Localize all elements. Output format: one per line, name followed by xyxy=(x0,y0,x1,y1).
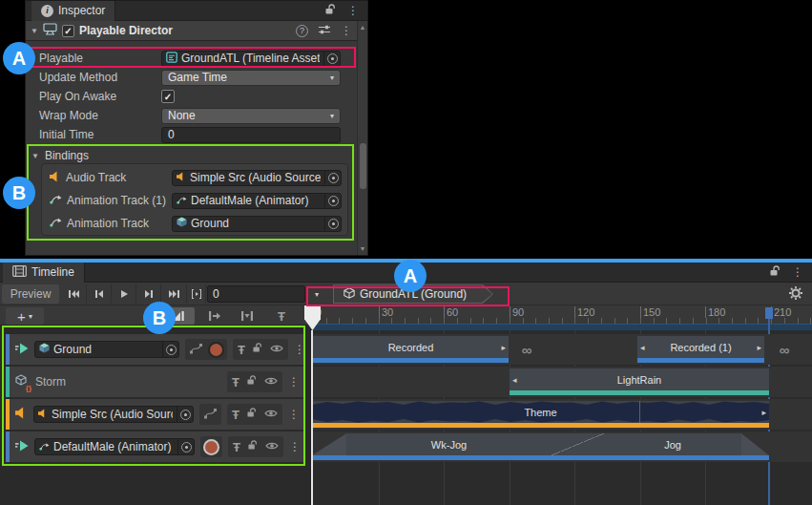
curves-icon[interactable] xyxy=(190,343,202,357)
clip-underline xyxy=(312,455,769,460)
marker-pin-button[interactable]: Ŧ xyxy=(269,307,294,325)
playable-object-field[interactable]: GroundATL (Timeline Asset) xyxy=(161,51,341,67)
pin-icon[interactable]: Ŧ xyxy=(238,344,245,356)
track-color-stripe xyxy=(6,334,10,365)
track-row-audio[interactable]: Simple Src (Audio Source) Ŧ ⋮ xyxy=(6,399,303,430)
pin-icon[interactable]: Ŧ xyxy=(232,376,239,389)
scroll-down-icon[interactable]: ▼ xyxy=(358,245,367,252)
presets-icon[interactable] xyxy=(318,24,331,38)
object-picker-icon[interactable] xyxy=(324,217,341,231)
record-icon[interactable] xyxy=(205,441,218,453)
ripple-mode-button[interactable] xyxy=(200,307,229,325)
initial-time-input[interactable]: 0 xyxy=(161,127,341,143)
gear-icon[interactable] xyxy=(788,285,803,304)
kebab-icon[interactable]: ⋮ xyxy=(294,343,305,356)
unlock-icon[interactable] xyxy=(325,4,336,18)
skip-start-button[interactable] xyxy=(61,284,87,304)
kebab-icon[interactable]: ⋮ xyxy=(792,265,803,279)
track-object-field[interactable]: Ground xyxy=(34,341,179,358)
animation-track-icon xyxy=(15,343,29,357)
track-object-field[interactable]: DefaultMale (Animator) xyxy=(34,438,195,455)
clip-arrow-right-icon: ▸ xyxy=(757,336,761,358)
wrap-mode-dropdown[interactable]: None ▾ xyxy=(161,108,341,124)
bindings-box: Audio Track Simple Src (Audio Source) An… xyxy=(41,163,348,236)
binding-object-field[interactable]: DefaultMale (Animator) xyxy=(172,193,342,209)
lock-icon[interactable] xyxy=(253,343,262,356)
next-frame-button[interactable] xyxy=(136,284,161,304)
object-picker-icon[interactable] xyxy=(323,52,340,66)
inspector-scrollbar[interactable]: ▲ ▼ xyxy=(357,21,367,255)
lock-icon[interactable] xyxy=(247,375,257,389)
unlock-icon[interactable] xyxy=(770,265,781,280)
play-on-awake-checkbox[interactable]: ✓ xyxy=(161,90,175,103)
clip-recorded[interactable]: Recorded ▸ xyxy=(313,336,509,363)
track-row-storm[interactable]: {} Storm Ŧ ⋮ xyxy=(6,367,303,397)
object-picker-icon[interactable] xyxy=(324,171,341,185)
audio-source-icon xyxy=(38,408,48,421)
timeline-end-marker[interactable] xyxy=(765,307,773,319)
clip-crossfade[interactable] xyxy=(552,433,604,455)
time-ruler[interactable]: 0 30 60 90 120 150 180 210 xyxy=(311,305,812,330)
clip-recorded-1[interactable]: ◂ Recorded (1) ▸ xyxy=(637,336,764,363)
track-name: DefaultMale (Animator) xyxy=(53,440,174,453)
inspector-tab-label: Inspector xyxy=(58,4,105,17)
annotation-badge-b: B xyxy=(3,177,35,209)
tab-timeline[interactable]: Timeline xyxy=(3,263,85,283)
eye-icon[interactable] xyxy=(270,343,283,356)
timeline-asset-icon xyxy=(166,52,177,66)
update-method-dropdown[interactable]: Game Time ▾ xyxy=(161,70,341,86)
component-enabled-checkbox[interactable]: ✓ xyxy=(62,25,74,37)
play-button[interactable] xyxy=(112,284,136,304)
control-track-icon: {} xyxy=(15,374,30,390)
curves-icon[interactable] xyxy=(204,408,217,422)
clip-jog[interactable]: Jog xyxy=(604,433,741,455)
object-picker-icon[interactable] xyxy=(177,439,194,454)
kebab-icon[interactable]: ⋮ xyxy=(341,24,352,37)
object-picker-icon[interactable] xyxy=(324,194,341,208)
breadcrumb-menu-caret-icon[interactable]: ▾ xyxy=(315,290,319,299)
scroll-up-icon[interactable]: ▲ xyxy=(358,24,367,31)
kebab-icon[interactable]: ⋮ xyxy=(347,4,359,17)
eye-icon[interactable] xyxy=(264,375,278,389)
skip-end-button[interactable] xyxy=(161,284,187,304)
add-track-button[interactable]: + ▾ xyxy=(6,307,44,325)
ruler-tick-label: 180 xyxy=(705,306,725,318)
clip-wk-jog[interactable]: Wk-Jog xyxy=(346,433,552,455)
binding-object-field[interactable]: Ground xyxy=(172,216,342,232)
eye-icon[interactable] xyxy=(265,440,279,453)
kebab-icon[interactable]: ⋮ xyxy=(288,375,300,389)
clip-theme[interactable]: Theme ▸ xyxy=(312,401,769,428)
pin-icon[interactable]: Ŧ xyxy=(233,441,240,453)
prev-frame-button[interactable] xyxy=(87,284,112,304)
kebab-icon[interactable]: ⋮ xyxy=(289,440,301,453)
binding-object-field[interactable]: Simple Src (Audio Source) xyxy=(172,170,342,186)
track-row-defaultmale[interactable]: DefaultMale (Animator) Ŧ ⋮ xyxy=(6,431,303,462)
replace-mode-button[interactable] xyxy=(233,307,261,325)
track-color-stripe xyxy=(6,367,10,397)
object-picker-icon[interactable] xyxy=(177,407,193,422)
kebab-icon[interactable]: ⋮ xyxy=(288,408,300,421)
record-icon[interactable] xyxy=(210,344,222,356)
clip-label: LightRain xyxy=(617,374,661,386)
playable-director-header[interactable]: ▼ ✓ Playable Director ? ⋮ xyxy=(26,21,357,41)
ruler-range-band xyxy=(311,324,812,330)
bindings-title: Bindings xyxy=(39,149,89,162)
hold-infinity-icon: ∞ xyxy=(515,336,538,363)
eye-icon[interactable] xyxy=(264,408,278,421)
frame-input[interactable]: 0 xyxy=(207,285,305,303)
track-object-field[interactable]: Simple Src (Audio Source) xyxy=(33,406,194,423)
play-range-button[interactable] xyxy=(187,284,206,304)
help-icon[interactable]: ? xyxy=(296,25,308,37)
clip-lightrain[interactable]: ◂ LightRain xyxy=(510,368,769,395)
preview-button[interactable]: Preview xyxy=(2,284,59,304)
track-row-ground[interactable]: Ground Ŧ ⋮ xyxy=(6,334,303,365)
lock-icon[interactable] xyxy=(247,408,257,421)
bindings-foldout[interactable]: ▼ Bindings xyxy=(26,147,341,164)
pin-icon[interactable]: Ŧ xyxy=(232,409,239,421)
scrollbar-thumb[interactable] xyxy=(360,143,366,189)
tab-inspector[interactable]: i Inspector xyxy=(31,1,115,21)
chevron-down-icon[interactable]: ▼ xyxy=(31,27,38,35)
lock-icon[interactable] xyxy=(248,440,258,453)
object-picker-icon[interactable] xyxy=(162,342,178,357)
plus-icon: + xyxy=(17,309,26,324)
